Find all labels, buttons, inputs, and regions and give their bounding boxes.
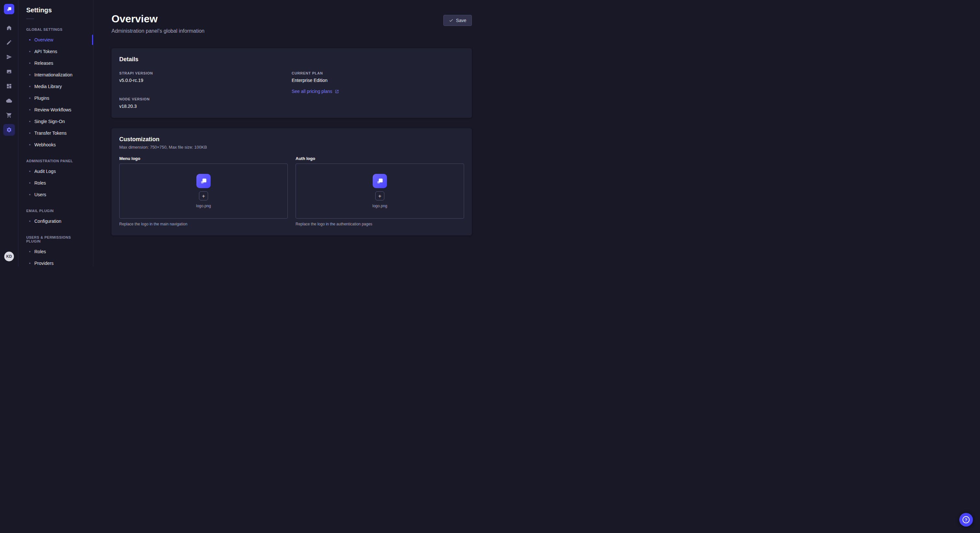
strapi-logo[interactable] xyxy=(4,4,14,14)
sidebar-item-releases[interactable]: Releases xyxy=(19,57,93,69)
sidebar-item-label: Configuration xyxy=(34,219,61,224)
details-grid: STRAPI VERSION v5.0.0-rc.19 NODE VERSION… xyxy=(119,71,464,109)
sidebar-item-label: Audit Logs xyxy=(34,169,56,174)
sidebar-item-webhooks[interactable]: Webhooks xyxy=(19,139,93,151)
sidebar-item-up-roles[interactable]: Roles xyxy=(19,246,93,257)
sidebar-item-media-library[interactable]: Media Library xyxy=(19,81,93,92)
main-nav-icon-list xyxy=(3,22,15,136)
node-version-field: NODE VERSION v18.20.3 xyxy=(119,97,150,109)
section-label: EMAIL PLUGIN xyxy=(19,206,93,215)
bullet-icon xyxy=(29,132,30,134)
menu-logo-filename: logo.png xyxy=(196,204,211,208)
bullet-icon xyxy=(29,109,30,110)
marketplace-cart-icon[interactable] xyxy=(3,109,15,121)
strapi-version-field: STRAPI VERSION v5.0.0-rc.19 xyxy=(119,71,153,83)
menu-logo-label: Menu logo xyxy=(119,156,288,161)
auth-logo-filename: logo.png xyxy=(372,204,387,208)
sidebar-item-label: Users xyxy=(34,192,46,197)
section-label: GLOBAL SETTINGS xyxy=(19,25,93,34)
bullet-icon xyxy=(29,39,30,40)
cloud-icon[interactable] xyxy=(3,95,15,106)
details-card: Details STRAPI VERSION v5.0.0-rc.19 NODE… xyxy=(111,48,472,118)
current-plan-label: CURRENT PLAN xyxy=(292,71,328,75)
sidebar-item-internationalization[interactable]: Internationalization xyxy=(19,69,93,81)
sidebar-item-up-providers[interactable]: Providers xyxy=(19,257,93,266)
sidebar-item-review-workflows[interactable]: Review Workflows xyxy=(19,104,93,116)
details-right-column: CURRENT PLAN Enterprise Edition See all … xyxy=(292,71,464,109)
media-library-icon[interactable] xyxy=(3,66,15,78)
sidebar-item-admin-roles[interactable]: Roles xyxy=(19,177,93,189)
main-content: Overview Administration panel’s global i… xyxy=(93,0,490,266)
section-administration-panel: ADMINISTRATION PANEL Audit Logs Roles Us… xyxy=(19,156,93,200)
layout-grid-icon[interactable] xyxy=(3,80,15,92)
auth-logo-preview xyxy=(373,174,387,188)
auth-logo-add-button[interactable] xyxy=(375,191,384,200)
page-header-text: Overview Administration panel’s global i… xyxy=(111,13,205,34)
bullet-icon xyxy=(29,62,30,64)
page-header: Overview Administration panel’s global i… xyxy=(111,13,472,34)
sidebar-item-label: Review Workflows xyxy=(34,107,71,113)
menu-logo-upload: Menu logo logo.png Replace the logo in t… xyxy=(119,156,288,226)
sidebar-item-label: Releases xyxy=(34,60,53,66)
pencil-icon[interactable] xyxy=(3,36,15,48)
section-users-permissions-plugin: USERS & PERMISSIONS PLUGIN Roles Provide… xyxy=(19,233,93,266)
save-button[interactable]: Save xyxy=(443,15,472,26)
sidebar-item-label: Roles xyxy=(34,249,46,254)
strapi-admin-app: KD Settings GLOBAL SETTINGS Overview API… xyxy=(0,0,490,266)
sidebar-item-label: API Tokens xyxy=(34,49,57,54)
bullet-icon xyxy=(29,251,30,252)
strapi-version-label: STRAPI VERSION xyxy=(119,71,153,75)
user-avatar[interactable]: KD xyxy=(4,252,14,261)
settings-gear-icon[interactable] xyxy=(3,124,15,136)
subnav-title: Settings xyxy=(19,6,93,14)
bullet-icon xyxy=(29,144,30,145)
current-plan-field: CURRENT PLAN Enterprise Edition xyxy=(292,71,328,83)
details-left-column: STRAPI VERSION v5.0.0-rc.19 NODE VERSION… xyxy=(119,71,292,109)
sidebar-item-admin-users[interactable]: Users xyxy=(19,189,93,200)
auth-logo-upload: Auth logo logo.png Replace the logo in t… xyxy=(296,156,464,226)
page-subtitle: Administration panel’s global informatio… xyxy=(111,28,205,34)
auth-logo-label: Auth logo xyxy=(296,156,464,161)
customization-card: Customization Max dimension: 750×750, Ma… xyxy=(111,128,472,235)
auth-logo-dropzone[interactable]: logo.png xyxy=(296,163,464,219)
customization-card-subtitle: Max dimension: 750×750, Max file size: 1… xyxy=(119,145,464,150)
sidebar-item-label: Plugins xyxy=(34,95,49,101)
sidebar-item-plugins[interactable]: Plugins xyxy=(19,92,93,104)
node-version-label: NODE VERSION xyxy=(119,97,150,101)
external-link-icon xyxy=(335,89,339,94)
bullet-icon xyxy=(29,97,30,99)
page-title: Overview xyxy=(111,13,205,25)
sidebar-item-transfer-tokens[interactable]: Transfer Tokens xyxy=(19,127,93,139)
node-version-value: v18.20.3 xyxy=(119,104,150,109)
sidebar-item-label: Roles xyxy=(34,180,46,186)
bullet-icon xyxy=(29,194,30,195)
menu-logo-dropzone[interactable]: logo.png xyxy=(119,163,288,219)
sidebar-item-label: Transfer Tokens xyxy=(34,130,67,136)
sidebar-item-overview[interactable]: Overview xyxy=(19,34,93,46)
strapi-logo-icon xyxy=(199,177,208,185)
bullet-icon xyxy=(29,263,30,264)
sidebar-item-api-tokens[interactable]: API Tokens xyxy=(19,46,93,57)
section-global-settings: GLOBAL SETTINGS Overview API Tokens Rele… xyxy=(19,25,93,151)
details-card-title: Details xyxy=(119,56,464,63)
sidebar-item-single-sign-on[interactable]: Single Sign-On xyxy=(19,116,93,127)
bullet-icon xyxy=(29,51,30,52)
menu-logo-add-button[interactable] xyxy=(199,191,208,200)
menu-logo-preview xyxy=(196,174,211,188)
sidebar-item-email-configuration[interactable]: Configuration xyxy=(19,215,93,227)
home-icon[interactable] xyxy=(3,22,15,34)
paper-plane-icon[interactable] xyxy=(3,51,15,63)
section-label: USERS & PERMISSIONS PLUGIN xyxy=(19,233,93,246)
section-email-plugin: EMAIL PLUGIN Configuration xyxy=(19,206,93,227)
sidebar-item-label: Webhooks xyxy=(34,142,56,148)
pricing-plans-link[interactable]: See all pricing plans xyxy=(292,89,339,94)
logo-uploads: Menu logo logo.png Replace the logo in t… xyxy=(119,156,464,226)
sidebar-item-audit-logs[interactable]: Audit Logs xyxy=(19,165,93,177)
pricing-plans-link-label: See all pricing plans xyxy=(292,89,332,94)
strapi-logo-icon xyxy=(6,6,12,12)
strapi-logo-icon xyxy=(375,177,384,185)
bullet-icon xyxy=(29,74,30,75)
bullet-icon xyxy=(29,86,30,87)
check-icon xyxy=(449,18,453,23)
bullet-icon xyxy=(29,182,30,184)
